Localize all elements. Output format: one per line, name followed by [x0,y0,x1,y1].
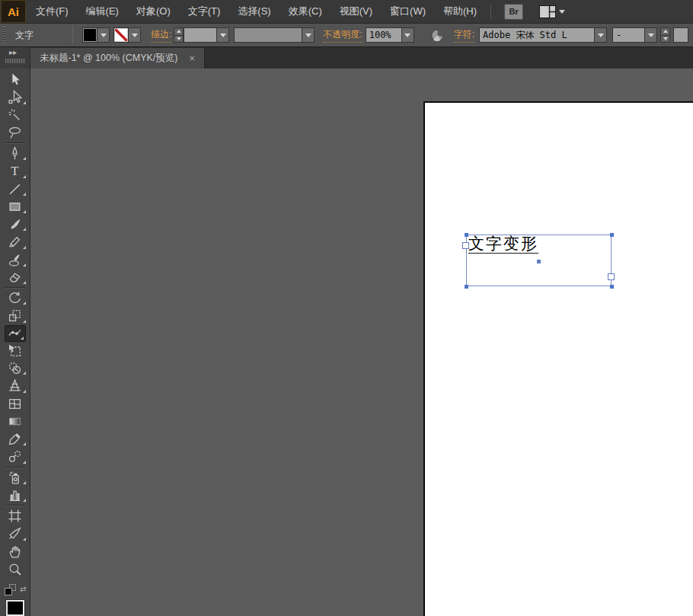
paintbrush-tool[interactable] [0,215,30,233]
menu-edit[interactable]: 编辑(E) [86,5,119,18]
scale-tool[interactable] [0,307,30,324]
recolor-artwork-icon[interactable] [431,29,444,42]
stroke-none-swatch[interactable] [113,27,129,43]
tools-panel-header[interactable]: ▸▸ [0,47,30,69]
stroke-weight-select[interactable] [184,27,229,43]
opacity-label[interactable]: 不透明度: [323,28,362,43]
fill-swatch[interactable] [82,27,97,43]
artboard[interactable]: 极光下载站 www.xz7.com [423,101,693,616]
text-content: 文字变形 [468,235,538,254]
font-style-arrow-icon[interactable] [645,27,657,43]
line-segment-tool[interactable] [0,180,30,198]
magic-wand-tool[interactable] [0,107,30,124]
stroke-dropdown-arrow-icon[interactable] [129,27,141,43]
column-graph-tool[interactable] [0,487,30,504]
gradient-tool[interactable] [0,413,30,430]
character-label[interactable]: 字符: [454,28,474,43]
mesh-tool[interactable] [0,395,30,413]
text-object[interactable]: 文字变形 [468,235,538,253]
opacity-arrow-icon[interactable] [402,27,414,43]
menu-window[interactable]: 窗口(W) [390,5,426,18]
stepper-down-icon[interactable] [660,35,670,43]
text-out-port[interactable] [608,273,615,280]
direct-selection-tool[interactable] [0,88,30,106]
free-transform-tool[interactable] [0,342,30,359]
tab-close-icon[interactable]: × [189,53,195,63]
menu-view[interactable]: 视图(V) [340,5,372,18]
pen-tool[interactable] [0,145,30,162]
menu-type[interactable]: 文字(T) [188,5,221,18]
object-center-point[interactable] [537,260,541,263]
menu-object[interactable]: 对象(O) [136,5,171,18]
fill-color-control[interactable] [82,27,110,43]
stepper-down-icon[interactable] [174,35,184,43]
eyedropper-tool[interactable] [0,430,30,448]
slice-tool[interactable] [0,525,30,542]
font-family-select[interactable]: Adobe 宋体 Std L [479,27,607,43]
stroke-color-control[interactable] [113,27,141,43]
swap-fill-stroke-icon[interactable]: ⇄ [20,585,26,593]
document-tab[interactable]: 未标题-1* @ 100% (CMYK/预览) × [30,48,205,69]
font-family-arrow-icon[interactable] [595,27,607,43]
stepper-up-icon[interactable] [174,27,184,35]
menu-items: 文件(F)编辑(E)对象(O)文字(T)选择(S)效果(C)视图(V)窗口(W)… [36,5,477,18]
width-profile-arrow-icon[interactable] [302,27,315,43]
workspace-layout-icon [539,5,556,18]
toolbar-separator [5,505,25,506]
stroke-weight-stepper[interactable] [174,27,184,43]
selection-handle-top-right[interactable] [610,233,614,237]
type-tool[interactable]: T [0,162,30,180]
menu-help[interactable]: 帮助(H) [443,5,477,18]
fill-stroke-proxy[interactable]: ⇄ [2,584,28,596]
hand-tool[interactable] [0,543,30,560]
font-size-value[interactable] [673,27,688,43]
tools-panel-grip[interactable] [5,59,25,63]
selection-tool[interactable] [0,71,30,88]
fill-proxy-swatch[interactable] [5,588,12,595]
collapse-panel-icon[interactable]: ▸▸ [0,47,30,56]
shape-builder-tool[interactable] [0,359,30,377]
symbol-sprayer-tool[interactable] [0,469,30,487]
menu-select[interactable]: 选择(S) [238,5,270,18]
control-bar-grip[interactable] [2,27,6,43]
canvas-area[interactable]: 极光下载站 www.xz7.com 文字变形 [30,69,693,616]
blend-tool[interactable] [0,448,30,465]
lasso-tool[interactable] [0,124,30,142]
text-in-port[interactable] [462,242,469,249]
workspace-switcher[interactable] [539,5,565,18]
bridge-button[interactable]: Br [504,4,523,20]
tools-panel: T⇄ [0,69,30,616]
font-size-select[interactable] [673,27,688,43]
blob-brush-tool[interactable] [0,251,30,269]
stepper-up-icon[interactable] [660,27,670,35]
chevron-down-icon [559,10,565,14]
menu-file[interactable]: 文件(F) [36,5,69,18]
font-style-value[interactable]: - [612,27,645,43]
zoom-tool[interactable] [0,560,30,578]
stroke-weight-value[interactable] [184,27,217,43]
artboard-tool[interactable] [0,507,30,525]
selection-handle-top-left[interactable] [465,233,468,237]
stroke-label[interactable]: 描边: [151,28,171,43]
rectangle-tool[interactable] [0,198,30,215]
selection-handle-bottom-left[interactable] [465,285,468,289]
selection-handle-bottom-right[interactable] [610,285,614,289]
opacity-select[interactable]: 100% [366,27,414,43]
perspective-grid-tool[interactable] [0,377,30,394]
font-family-value[interactable]: Adobe 宋体 Std L [479,27,595,43]
fill-color-box[interactable] [6,600,24,616]
font-style-select[interactable]: - [612,27,657,43]
fill-dropdown-arrow-icon[interactable] [97,27,110,43]
pencil-tool[interactable] [0,233,30,251]
rotate-tool[interactable] [0,289,30,307]
font-size-stepper[interactable] [660,27,670,43]
document-tab-bar: 未标题-1* @ 100% (CMYK/预览) × [30,47,693,69]
width-tool[interactable] [5,325,26,342]
stroke-weight-arrow-icon[interactable] [217,27,229,43]
opacity-value[interactable]: 100% [366,27,402,43]
width-profile-select[interactable] [234,27,315,43]
toolbar-separator [5,467,25,468]
eraser-tool[interactable] [0,269,30,286]
menu-effect[interactable]: 效果(C) [289,5,322,18]
width-profile-value[interactable] [234,27,302,43]
